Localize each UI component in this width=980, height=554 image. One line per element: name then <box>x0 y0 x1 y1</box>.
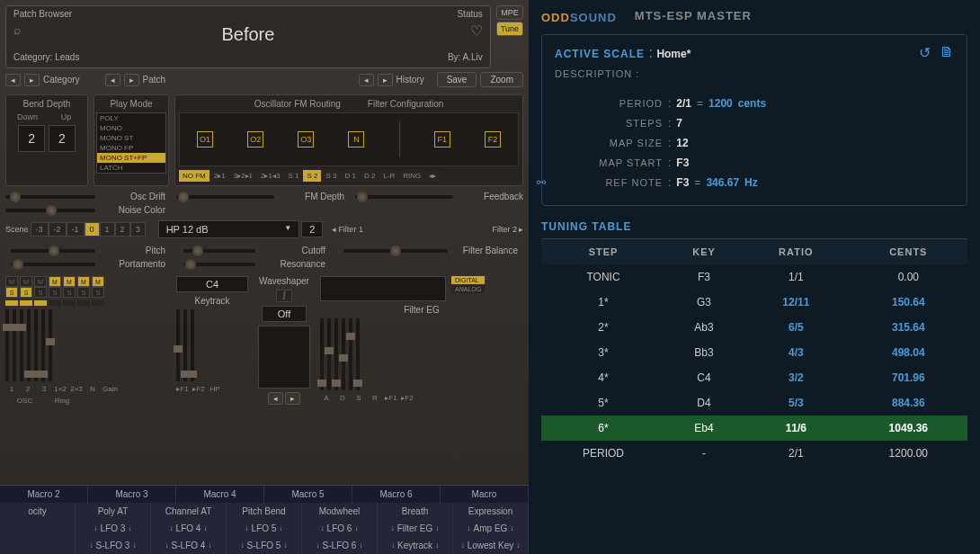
fm-filter-box[interactable]: F2 <box>485 131 501 147</box>
fm-filter-box[interactable]: F1 <box>434 131 450 147</box>
waveshaper-display[interactable] <box>258 326 310 389</box>
filter-balance-slider[interactable] <box>343 249 448 253</box>
scene-button[interactable]: -1 <box>67 222 85 237</box>
fm-tab[interactable]: 3▸2▸1 <box>230 170 256 182</box>
mute-button[interactable]: M <box>92 276 104 287</box>
v-slider[interactable] <box>183 309 187 381</box>
mod-source[interactable]: ↓Filter EG↓ <box>378 520 453 537</box>
feedback-slider[interactable] <box>355 195 453 199</box>
fm-osc-box[interactable]: O3 <box>298 131 314 147</box>
v-slider[interactable] <box>356 318 360 390</box>
play-mode-item[interactable]: MONO ST+FP <box>97 153 165 163</box>
active-scale-name[interactable]: Home* <box>656 48 690 60</box>
tuning-row[interactable]: 3*Bb34/3498.04 <box>541 340 967 365</box>
document-icon[interactable]: 🗎 <box>940 44 954 61</box>
mod-source[interactable]: ocity <box>0 503 76 520</box>
play-mode-item[interactable]: MONO <box>97 123 165 133</box>
fm-tab[interactable]: 2▸1◂3 <box>257 170 283 182</box>
scene-button[interactable]: 0 <box>85 222 100 237</box>
mod-source[interactable]: ↓LFO 4↓ <box>151 520 227 537</box>
v-slider[interactable] <box>327 318 331 390</box>
tuning-row[interactable]: 1*G312/11150.64 <box>541 290 967 315</box>
v-slider[interactable] <box>320 318 324 390</box>
v-slider[interactable] <box>27 309 31 381</box>
mod-source[interactable]: ↓S-LFO 4↓ <box>151 537 227 554</box>
scene-button[interactable]: 3 <box>130 222 146 237</box>
mod-source[interactable]: Poly AT <box>76 503 151 520</box>
mute-button[interactable]: M <box>20 276 32 287</box>
mute-button[interactable]: M <box>5 276 18 287</box>
history-prev[interactable]: ◂ <box>359 74 374 86</box>
v-slider[interactable] <box>191 309 194 381</box>
macro-tab[interactable]: Macro 4 <box>176 486 264 503</box>
filter-count[interactable]: 2 <box>301 221 323 237</box>
digital-button[interactable]: DIGITAL <box>451 276 485 284</box>
filter1-prev[interactable]: ◂ <box>332 225 336 234</box>
ws-prev[interactable]: ◂ <box>268 392 283 405</box>
v-slider[interactable] <box>349 318 352 390</box>
mod-source[interactable]: Breath <box>378 503 453 520</box>
macro-tab[interactable]: Macro 6 <box>352 486 441 503</box>
tuning-row[interactable]: 2*Ab36/5315.64 <box>541 315 967 340</box>
mute-button[interactable]: M <box>77 276 90 287</box>
fm-depth-slider[interactable] <box>176 195 274 199</box>
history-next[interactable]: ▸ <box>378 74 393 86</box>
v-slider[interactable] <box>334 318 338 390</box>
patch-next[interactable]: ▸ <box>124 74 139 86</box>
play-mode-item[interactable]: POLY <box>97 113 165 123</box>
solo-button[interactable]: S <box>34 287 47 298</box>
v-slider[interactable] <box>176 309 180 381</box>
patch-prev[interactable]: ◂ <box>105 74 120 86</box>
v-slider[interactable] <box>20 309 23 381</box>
keytrack-display[interactable]: C4 <box>176 276 248 292</box>
fm-tab[interactable]: D 1 <box>341 170 359 182</box>
mod-source[interactable]: ↓LFO 5↓ <box>227 520 302 537</box>
tuning-row[interactable]: TONICF31/10.00 <box>541 264 967 290</box>
noise-color-slider[interactable] <box>5 209 95 212</box>
mute-button[interactable]: M <box>63 276 76 287</box>
tuning-row[interactable]: 4*C43/2701.96 <box>541 365 967 390</box>
fm-tab[interactable]: S 1 <box>284 170 302 182</box>
mod-source[interactable]: ↓LFO 6↓ <box>302 520 378 537</box>
mod-source[interactable]: ↓Keytrack↓ <box>378 537 453 554</box>
link-icon[interactable]: ⚯ <box>537 176 546 189</box>
cutoff-slider[interactable] <box>183 249 255 253</box>
solo-button[interactable]: S <box>20 287 32 298</box>
bend-down[interactable]: 2 <box>18 125 45 152</box>
solo-button[interactable]: S <box>77 287 90 298</box>
mod-source[interactable]: Expression <box>453 503 529 520</box>
ws-off[interactable]: Off <box>262 306 307 322</box>
scene-button[interactable]: 2 <box>115 222 130 237</box>
fm-tab[interactable]: S 3 <box>322 170 340 182</box>
solo-button[interactable]: S <box>92 287 104 298</box>
fm-tab[interactable]: S 2 <box>303 170 321 182</box>
mod-source[interactable]: ↓LFO 3↓ <box>76 520 151 537</box>
play-mode-item[interactable]: MONO FP <box>97 143 165 153</box>
resonance-slider[interactable] <box>183 263 255 266</box>
mute-button[interactable]: M <box>49 276 61 287</box>
patch-name[interactable]: Before <box>221 24 274 45</box>
macro-tab[interactable]: Macro 5 <box>264 486 352 503</box>
filter-type-dropdown[interactable]: HP 12 dB▼ <box>158 220 300 238</box>
scene-button[interactable]: -2 <box>49 222 67 237</box>
category-next[interactable]: ▸ <box>24 74 40 86</box>
mod-source[interactable]: Modwheel <box>302 503 378 520</box>
pitch-slider[interactable] <box>11 249 95 253</box>
mod-source[interactable]: ↓Amp EG↓ <box>453 520 529 537</box>
macro-tab[interactable]: Macro 3 <box>88 486 176 503</box>
mod-source[interactable]: ↓S-LFO 3↓ <box>76 537 151 554</box>
macro-tab[interactable]: Macro <box>441 486 529 503</box>
v-slider[interactable] <box>49 309 52 381</box>
category-prev[interactable]: ◂ <box>5 74 21 86</box>
scene-button[interactable]: -3 <box>31 222 49 237</box>
tuning-row[interactable]: PERIOD-2/11200.00 <box>541 441 967 466</box>
ws-next[interactable]: ▸ <box>285 392 300 405</box>
zoom-button[interactable]: Zoom <box>480 72 523 87</box>
bend-up[interactable]: 2 <box>49 125 76 152</box>
scene-button[interactable]: 1 <box>100 222 115 237</box>
play-mode-item[interactable]: LATCH <box>97 163 165 173</box>
v-slider[interactable] <box>5 309 9 381</box>
portamento-slider[interactable] <box>11 263 95 266</box>
mod-source[interactable]: ↓S-LFO 6↓ <box>302 537 378 554</box>
fm-tab[interactable]: 2▸1 <box>210 170 229 182</box>
